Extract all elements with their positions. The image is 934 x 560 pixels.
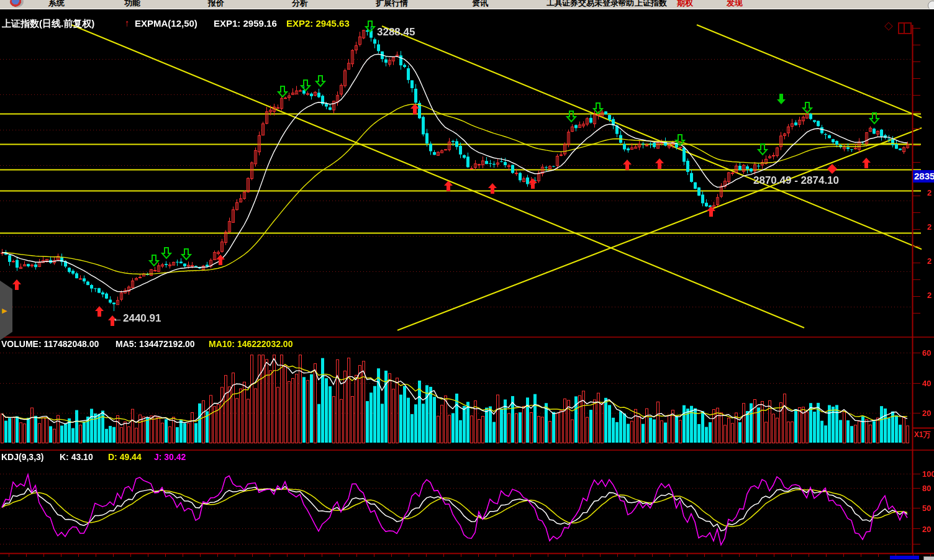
peak-price-annotation: 3288.45 <box>377 26 415 38</box>
volume-unit-label: X1万 <box>914 430 931 440</box>
kdj-indicator-label[interactable]: KDJ(9,3,3) <box>1 452 43 462</box>
kdj-k-value: K: 43.10 <box>60 452 93 462</box>
menu-item-8[interactable]: 帮助 <box>618 0 634 9</box>
chart-title: 上证指数(日线.前复权) <box>2 18 94 30</box>
last-price-badge: 2835 <box>913 170 934 183</box>
menu-item-hot-1[interactable]: 期权 <box>677 0 693 9</box>
chart-canvas[interactable] <box>0 0 934 560</box>
volume-ma10-label: MA10: 146222032.00 <box>209 339 292 349</box>
volume-axis-label-3: 20 <box>922 409 931 418</box>
indicator-label[interactable]: EXPMA(12,50) <box>135 18 197 29</box>
volume-axis-label-2: 40 <box>922 379 931 388</box>
price-axis-label-4: 2 <box>927 291 932 300</box>
kdj-axis-label-2: 80 <box>922 484 931 493</box>
menu-circle-icon[interactable] <box>928 1 934 9</box>
range-annotation: 2870.49 - 2874.10 <box>753 174 839 187</box>
low-price-annotation: ←2440.91 <box>112 312 161 325</box>
diamond-tool-icon[interactable]: ◇ <box>884 19 893 32</box>
sidebar-expand-tab[interactable]: ▶ <box>0 281 12 340</box>
volume-axis-label-1: 60 <box>922 348 931 358</box>
menu-item-1[interactable]: 系统 <box>48 0 65 9</box>
menu-item-hot-2[interactable]: 发现 <box>727 0 743 9</box>
kdj-axis-label-4: 20 <box>922 525 931 534</box>
buy-signal-arrow-icon: ↑ <box>125 17 130 28</box>
exp2-value: EXP2: 2945.63 <box>286 18 350 29</box>
price-axis-label-1: 2 <box>927 188 932 197</box>
volume-ma5-label: MA5: 134472192.00 <box>116 339 195 349</box>
expand-arrow-icon: ▶ <box>2 307 7 315</box>
price-axis-label-2: 2 <box>927 222 932 232</box>
kdj-j-value: J: 30.42 <box>154 452 186 462</box>
kdj-axis-label-3: 50 <box>922 504 931 513</box>
menu-item-7[interactable]: 工具 <box>546 0 563 9</box>
current-index-name[interactable]: 上证指数 <box>635 0 667 9</box>
app-window: 系统功能报价分析扩展行情资讯工具帮助期权发现 证券交易未登录 上证指数 上证指数… <box>0 0 934 560</box>
menu-item-2[interactable]: 功能 <box>124 0 140 9</box>
kdj-d-value: D: 49.44 <box>108 452 142 462</box>
menu-item-5[interactable]: 扩展行情 <box>376 0 408 9</box>
menu-item-3[interactable]: 报价 <box>208 0 224 9</box>
trading-login-status[interactable]: 证券交易未登录 <box>562 0 619 9</box>
volume-value-label: VOLUME: 117482048.00 <box>1 339 99 349</box>
resize-corner[interactable] <box>923 556 934 560</box>
price-axis-label-3: 2 <box>927 256 932 266</box>
exp1-value: EXP1: 2959.16 <box>214 18 277 29</box>
menu-item-6[interactable]: 资讯 <box>472 0 488 9</box>
timeline-selection[interactable] <box>890 556 919 559</box>
menu-bar: 系统功能报价分析扩展行情资讯工具帮助期权发现 证券交易未登录 上证指数 <box>0 0 934 9</box>
app-logo-icon <box>10 0 24 7</box>
kdj-axis-label-1: 100 <box>922 469 934 479</box>
split-window-icon[interactable] <box>898 22 912 34</box>
menu-item-4[interactable]: 分析 <box>292 0 308 9</box>
